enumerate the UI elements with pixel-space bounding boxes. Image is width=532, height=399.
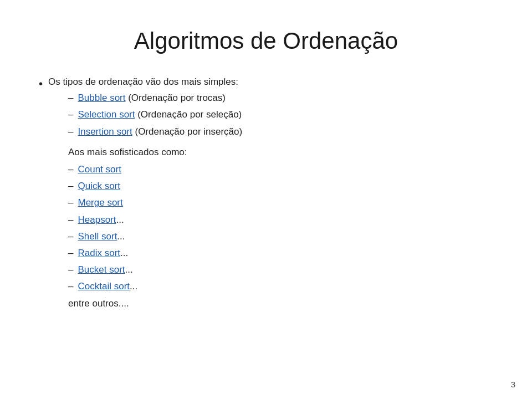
content-area: • Os tipos de ordenação vão dos mais sim… — [33, 74, 499, 311]
list-item: – Selection sort (Ordenação por seleção) — [68, 107, 242, 122]
dash-icon: – — [68, 195, 73, 210]
insertion-sort-link[interactable]: Insertion sort — [78, 126, 132, 137]
merge-sort-link[interactable]: Merge sort — [78, 197, 122, 208]
bullet-dot: • — [39, 75, 43, 93]
insertion-sort-desc: (Ordenação por inserção) — [132, 126, 242, 137]
shell-sort-link[interactable]: Shell sort — [78, 231, 117, 242]
list-item: – Count sort — [68, 162, 242, 177]
cocktail-sort-link[interactable]: Cocktail sort — [78, 281, 130, 291]
dash-icon: – — [68, 124, 73, 139]
dash-icon: – — [68, 229, 73, 244]
advanced-sorts-list: – Count sort – Quick sort – Merge sort –… — [48, 162, 242, 294]
page-number: 3 — [511, 380, 515, 389]
slide: Algoritmos de Ordenação • Os tipos de or… — [0, 0, 532, 399]
main-bullet: • Os tipos de ordenação vão dos mais sim… — [39, 74, 499, 311]
dash-icon: – — [68, 162, 73, 177]
list-item: – Insertion sort (Ordenação por inserção… — [68, 124, 242, 139]
bubble-sort-link[interactable]: Bubble sort — [78, 93, 125, 103]
main-bullet-text: Os tipos de ordenação vão dos mais simpl… — [48, 74, 242, 311]
list-item: – Quick sort — [68, 178, 242, 193]
dash-icon: – — [68, 212, 73, 227]
dash-icon: – — [68, 107, 73, 122]
bubble-sort-desc: (Ordenação por trocas) — [125, 93, 225, 103]
list-item: – Bubble sort (Ordenação por trocas) — [68, 90, 242, 105]
list-item: – Shell sort... — [68, 229, 242, 244]
bucket-sort-link[interactable]: Bucket sort — [78, 264, 125, 275]
list-item: – Cocktail sort... — [68, 279, 242, 294]
heapsort-link[interactable]: Heapsort — [78, 214, 116, 225]
list-item: – Heapsort... — [68, 212, 242, 227]
footer-text: entre outros.... — [48, 296, 242, 311]
count-sort-link[interactable]: Count sort — [78, 164, 121, 175]
dash-icon: – — [68, 90, 73, 105]
list-item: – Radix sort... — [68, 245, 242, 260]
dash-icon: – — [68, 262, 73, 277]
radix-sort-link[interactable]: Radix sort — [78, 248, 120, 258]
simple-sorts-list: – Bubble sort (Ordenação por trocas) – S… — [48, 90, 242, 139]
selection-sort-link[interactable]: Selection sort — [78, 109, 135, 120]
list-item: – Merge sort — [68, 195, 242, 210]
advanced-intro: Aos mais sofisticados como: — [48, 145, 242, 160]
dash-icon: – — [68, 279, 73, 294]
selection-sort-desc: (Ordenação por seleção) — [135, 109, 242, 120]
dash-icon: – — [68, 178, 73, 193]
list-item: – Bucket sort... — [68, 262, 242, 277]
quick-sort-link[interactable]: Quick sort — [78, 181, 120, 191]
dash-icon: – — [68, 245, 73, 260]
page-title: Algoritmos de Ordenação — [33, 28, 499, 54]
